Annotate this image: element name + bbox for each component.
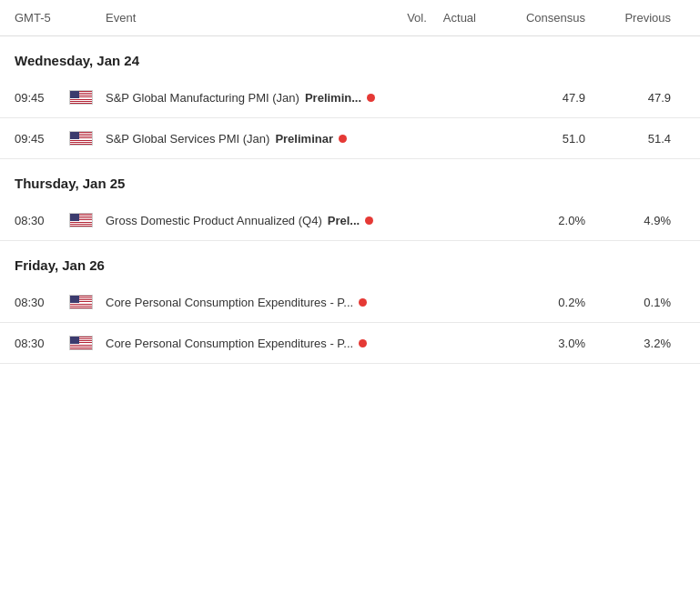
event-time: 08:30 xyxy=(15,337,69,350)
event-previous: 51.4 xyxy=(613,132,685,146)
event-time: 08:30 xyxy=(15,296,69,309)
importance-dot xyxy=(359,339,367,347)
event-name-bold: Prelimin... xyxy=(305,91,361,105)
event-consensus: 47.9 xyxy=(512,91,613,105)
us-flag-icon xyxy=(69,295,93,309)
date-heading: Wednesday, Jan 24 xyxy=(0,36,700,77)
event-time: 09:45 xyxy=(15,91,69,105)
event-name-bold: Prel... xyxy=(328,214,360,227)
event-consensus: 2.0% xyxy=(512,214,613,227)
event-time: 08:30 xyxy=(15,214,69,227)
table-row: 08:30 Core P xyxy=(0,323,700,364)
event-consensus: 0.2% xyxy=(512,296,613,309)
importance-dot xyxy=(367,94,375,102)
event-name[interactable]: S&P Global Services PMI (Jan)Preliminar xyxy=(106,132,394,146)
country-flag xyxy=(69,90,106,105)
table-row: 09:45 S&P Gl xyxy=(0,77,700,118)
date-heading: Friday, Jan 26 xyxy=(0,241,700,282)
table-row: 09:45 S&P Gl xyxy=(0,118,700,159)
us-flag-icon xyxy=(69,336,93,350)
event-consensus: 51.0 xyxy=(512,132,613,146)
event-name-normal: S&P Global Manufacturing PMI (Jan) xyxy=(106,91,299,105)
event-previous: 0.1% xyxy=(613,296,685,309)
event-previous: 47.9 xyxy=(613,91,685,105)
country-flag xyxy=(69,295,106,309)
country-flag xyxy=(69,213,106,227)
date-heading: Thursday, Jan 25 xyxy=(0,159,700,200)
event-name-normal: Core Personal Consumption Expenditures -… xyxy=(106,296,353,309)
header-timezone: GMT-5 xyxy=(15,11,69,25)
event-name-normal: Gross Domestic Product Annualized (Q4) xyxy=(106,214,322,227)
table-row: 08:30 Core P xyxy=(0,282,700,323)
header-vol: Vol. xyxy=(394,11,440,25)
event-previous: 3.2% xyxy=(613,337,685,350)
event-time: 09:45 xyxy=(15,132,69,146)
event-name-normal: Core Personal Consumption Expenditures -… xyxy=(106,337,353,350)
event-name[interactable]: Gross Domestic Product Annualized (Q4)Pr… xyxy=(106,214,394,227)
event-name[interactable]: S&P Global Manufacturing PMI (Jan)Prelim… xyxy=(106,91,394,105)
event-name[interactable]: Core Personal Consumption Expenditures -… xyxy=(106,337,394,350)
importance-dot xyxy=(339,135,347,143)
table-header: GMT-5 Event Vol. Actual Consensus Previo… xyxy=(0,0,700,36)
event-consensus: 3.0% xyxy=(512,337,613,350)
event-previous: 4.9% xyxy=(613,214,685,227)
us-flag-icon xyxy=(69,131,93,146)
header-consensus: Consensus xyxy=(512,11,613,25)
country-flag xyxy=(69,336,106,350)
us-flag-icon xyxy=(69,90,93,105)
header-actual: Actual xyxy=(440,11,512,25)
header-previous: Previous xyxy=(613,11,685,25)
header-event: Event xyxy=(106,11,394,25)
event-name-bold: Preliminar xyxy=(275,132,333,146)
calendar-body: Wednesday, Jan 2409:45 xyxy=(0,36,700,364)
country-flag xyxy=(69,131,106,146)
importance-dot xyxy=(359,298,367,307)
event-name-normal: S&P Global Services PMI (Jan) xyxy=(106,132,269,146)
importance-dot xyxy=(365,216,373,225)
us-flag-icon xyxy=(69,213,93,227)
event-name[interactable]: Core Personal Consumption Expenditures -… xyxy=(106,296,394,309)
table-row: 08:30 Gross xyxy=(0,200,700,241)
